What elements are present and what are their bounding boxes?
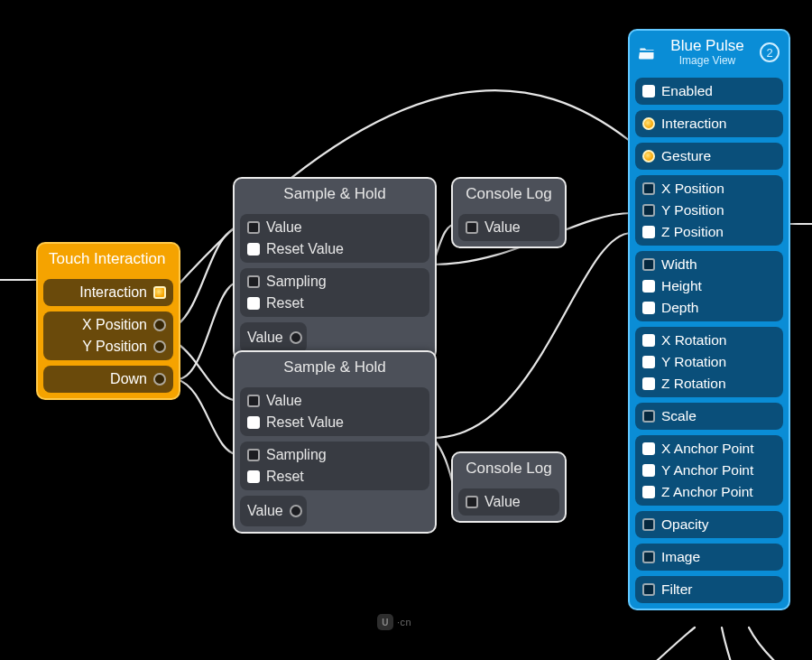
port-label: Value <box>484 218 521 237</box>
port-interaction[interactable]: Interaction <box>642 114 776 134</box>
port-label: Opacity <box>661 516 709 534</box>
port-reset-value-in[interactable]: Reset Value <box>247 413 422 432</box>
port-icon <box>642 150 655 163</box>
port-depth[interactable]: Depth <box>642 298 776 318</box>
port-icon <box>247 221 260 234</box>
port-enabled[interactable]: Enabled <box>642 81 776 101</box>
port-icon <box>642 85 655 98</box>
port-interaction-out[interactable]: Interaction <box>51 283 166 302</box>
port-group: Interaction <box>43 279 173 306</box>
port-height[interactable]: Height <box>642 276 776 296</box>
port-label: Value <box>266 392 302 410</box>
port-group: Value Reset Value <box>240 214 429 263</box>
port-yrotation[interactable]: Y Rotation <box>642 352 776 372</box>
port-reset-in[interactable]: Reset <box>247 467 422 487</box>
port-value-out[interactable]: Value <box>247 501 300 521</box>
port-label: Z Anchor Point <box>661 483 753 501</box>
port-label: Value <box>266 218 302 237</box>
node-title: Console Log <box>453 453 565 483</box>
port-zanchor[interactable]: Z Anchor Point <box>642 482 776 502</box>
port-label: Reset Value <box>266 414 344 432</box>
node-title: Console Log <box>453 179 565 209</box>
port-label: Gesture <box>661 147 711 165</box>
port-width[interactable]: Width <box>642 255 776 274</box>
port-icon <box>290 331 302 344</box>
node-title: Sample & Hold <box>235 179 435 209</box>
port-value-in[interactable]: Value <box>247 218 422 237</box>
console-log-node-1[interactable]: Console Log Value <box>451 177 567 248</box>
port-xanchor[interactable]: X Anchor Point <box>642 439 776 459</box>
port-group: Value <box>240 322 307 353</box>
port-icon <box>247 297 260 310</box>
port-label: Z Rotation <box>661 375 726 393</box>
port-scale[interactable]: Scale <box>642 406 776 426</box>
port-icon <box>642 117 655 130</box>
port-icon <box>247 449 260 461</box>
port-label: Sampling <box>266 446 327 464</box>
port-yposition[interactable]: Y Position <box>642 200 776 220</box>
port-icon <box>642 204 655 217</box>
port-label: X Anchor Point <box>661 440 754 458</box>
port-icon <box>642 182 655 195</box>
port-reset-value-in[interactable]: Reset Value <box>247 239 422 259</box>
port-xposition[interactable]: X Position <box>642 179 776 199</box>
folder-icon <box>639 45 655 60</box>
port-label: X Position <box>661 180 724 198</box>
port-xrotation[interactable]: X Rotation <box>642 330 776 350</box>
port-sampling-in[interactable]: Sampling <box>247 445 422 465</box>
port-icon <box>642 486 655 498</box>
blue-pulse-node[interactable]: Blue Pulse Image View 2 Enabled Interact… <box>628 29 790 610</box>
port-icon <box>153 373 166 386</box>
port-icon <box>466 221 478 234</box>
port-zposition[interactable]: Z Position <box>642 222 776 242</box>
port-icon <box>642 226 655 238</box>
port-down-out[interactable]: Down <box>51 369 166 389</box>
port-label: Sampling <box>266 273 327 291</box>
port-label: Down <box>110 370 147 388</box>
port-label: Value <box>247 502 283 520</box>
port-icon <box>642 551 655 563</box>
port-reset-in[interactable]: Reset <box>247 293 422 313</box>
port-image[interactable]: Image <box>642 547 776 567</box>
port-label: Height <box>661 277 702 295</box>
port-zrotation[interactable]: Z Rotation <box>642 374 776 394</box>
port-group: Value Reset Value <box>240 387 429 436</box>
port-icon <box>642 464 655 477</box>
sample-hold-node-2[interactable]: Sample & Hold Value Reset Value Sampling <box>233 350 437 534</box>
port-icon <box>642 280 655 293</box>
port-value-in[interactable]: Value <box>247 391 422 411</box>
port-group: Value <box>458 488 559 516</box>
node-title: Sample & Hold <box>235 352 435 382</box>
port-gesture[interactable]: Gesture <box>642 146 776 166</box>
port-icon <box>642 442 655 455</box>
port-label: Y Anchor Point <box>661 461 753 479</box>
port-group: Value <box>458 214 559 241</box>
port-label: Z Position <box>661 223 724 241</box>
port-icon <box>642 334 655 347</box>
port-icon <box>642 583 655 596</box>
port-group: Sampling Reset <box>240 442 429 490</box>
port-label: Reset <box>266 468 304 486</box>
port-label: X Rotation <box>661 331 726 349</box>
port-xposition-out[interactable]: X Position <box>51 315 166 335</box>
console-log-node-2[interactable]: Console Log Value <box>451 451 567 523</box>
port-icon <box>247 275 260 288</box>
port-icon <box>290 505 302 517</box>
port-yanchor[interactable]: Y Anchor Point <box>642 460 776 480</box>
sample-hold-node-1[interactable]: Sample & Hold Value Reset Value Sampling <box>233 177 437 360</box>
port-value-out[interactable]: Value <box>247 328 300 348</box>
port-label: Y Rotation <box>661 353 726 371</box>
port-value-in[interactable]: Value <box>466 492 552 512</box>
port-group: Sampling Reset <box>240 268 429 317</box>
port-label: Interaction <box>79 284 147 302</box>
port-group: Down <box>43 366 173 393</box>
port-sampling-in[interactable]: Sampling <box>247 272 422 292</box>
touch-interaction-node[interactable]: Touch Interaction Interaction X Position… <box>36 242 180 400</box>
port-yposition-out[interactable]: Y Position <box>51 337 166 357</box>
port-label: Enabled <box>661 82 713 100</box>
port-opacity[interactable]: Opacity <box>642 515 776 535</box>
port-filter[interactable]: Filter <box>642 580 776 600</box>
port-icon <box>642 302 655 314</box>
watermark-logo-icon: U <box>377 614 393 630</box>
port-value-in[interactable]: Value <box>466 218 552 237</box>
